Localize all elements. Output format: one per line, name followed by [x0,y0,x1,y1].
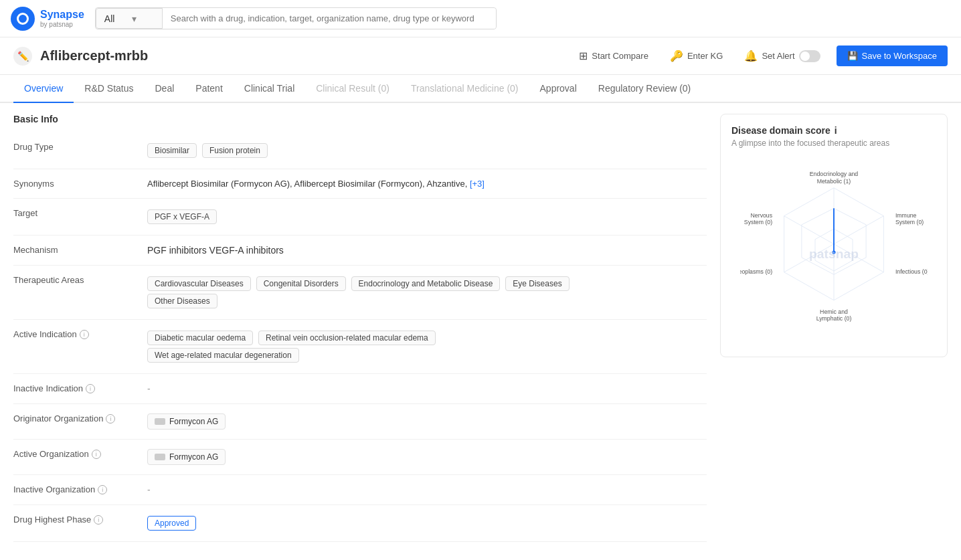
tab-approval[interactable]: Approval [529,75,588,103]
save-icon: 💾 [847,51,858,61]
synonyms-row: Synonyms Aflibercept Biosimilar (Formyco… [13,169,707,199]
start-compare-button[interactable]: ⊞ Start Compare [574,47,654,65]
tag-other-diseases[interactable]: Other Diseases [147,294,217,308]
tag-congenital[interactable]: Congenital Disorders [256,276,346,291]
org-flag-icon-2 [155,454,165,460]
mechanism-value: PGF inhibitors VEGF-A inhibitors [147,245,707,256]
tab-regulatory-review[interactable]: Regulatory Review (0) [588,75,702,103]
originator-org-info-icon[interactable]: i [106,414,115,424]
drug-highest-phase-label: Drug Highest Phase i [13,515,147,525]
enter-kg-button[interactable]: 🔑 Enter KG [665,47,728,65]
search-input[interactable] [163,8,496,29]
active-org-info-icon[interactable]: i [92,450,101,459]
active-org-label: Active Organization i [13,449,147,459]
svg-text:Immune: Immune [895,212,917,219]
synonyms-more-link[interactable]: [+3] [470,179,485,189]
app-header: Synapse by patsnap All ▾ [0,0,961,37]
enter-kg-label: Enter KG [687,51,723,61]
inactive-indication-value: - [147,383,707,394]
tag-biosimilar[interactable]: Biosimilar [147,143,197,158]
svg-text:Metabolic (1): Metabolic (1) [817,178,851,185]
search-type-label: All [104,13,126,24]
originator-org-label: Originator Organization i [13,413,147,424]
target-row: Target PGF x VEGF-A [13,199,707,236]
drug-actions: ⊞ Start Compare 🔑 Enter KG 🔔 Set Alert 💾… [574,45,948,66]
therapeutic-areas-value: Cardiovascular Diseases Congenital Disor… [147,275,707,310]
logo[interactable]: Synapse by patsnap [11,7,84,31]
inactive-indication-info-icon[interactable]: i [86,384,95,393]
tag-retinal-vein[interactable]: Retinal vein occlusion-related macular e… [258,331,436,345]
save-label: Save to Workspace [862,51,937,61]
logo-text: Synapse by patsnap [40,9,84,28]
svg-text:Infectious (0): Infectious (0) [895,268,928,275]
mechanism-label: Mechanism [13,245,147,255]
chart-subtitle: A glimpse into the focused therapeutic a… [731,138,936,148]
inactive-indication-row: Inactive Indication i - [13,374,707,404]
drug-type-label: Drug Type [13,142,147,152]
active-indication-value: Diabetic macular oedema Retinal vein occ… [147,329,707,364]
tab-clinical-result: Clinical Result (0) [305,75,400,103]
svg-text:Hemic and: Hemic and [820,308,848,315]
section-title-basic-info: Basic Info [13,114,707,132]
radar-svg: Endocrinology and Metabolic (1) Immune S… [740,159,928,346]
inactive-org-label: Inactive Organization i [13,484,147,494]
tab-clinical-trial[interactable]: Clinical Trial [234,75,305,103]
active-indication-info-icon[interactable]: i [80,330,89,339]
drug-highest-phase-row: Drug Highest Phase i Approved [13,505,707,542]
org-flag-icon [155,418,165,425]
tag-cardiovascular[interactable]: Cardiovascular Diseases [147,276,251,291]
tag-endocrinology[interactable]: Endocrinology and Metabolic Disease [351,276,501,291]
inactive-org-value: - [147,484,707,495]
svg-text:Endocrinology and: Endocrinology and [810,171,859,177]
bell-icon: 🔔 [744,50,758,62]
search-bar: All ▾ [95,7,497,29]
save-workspace-button[interactable]: 💾 Save to Workspace [837,45,948,66]
tag-pgf-vegfa[interactable]: PGF x VEGF-A [147,209,217,224]
main-content: Basic Info Drug Type Biosimilar Fusion p… [0,103,720,553]
radar-chart: Endocrinology and Metabolic (1) Immune S… [740,159,928,346]
drug-type-row: Drug Type Biosimilar Fusion protein [13,132,707,169]
active-indication-row: Active Indication i Diabetic macular oed… [13,320,707,374]
drug-header: ✏️ Aflibercept-mrbb ⊞ Start Compare 🔑 En… [0,37,961,75]
tab-overview[interactable]: Overview [13,75,74,103]
logo-icon [11,7,35,31]
tag-fusion-protein[interactable]: Fusion protein [202,143,268,158]
tab-translational-medicine: Translational Medicine (0) [400,75,529,103]
svg-text:System (0): System (0) [895,219,924,225]
chart-title: Disease domain score i [731,125,936,136]
synonyms-value: Aflibercept Biosimilar (Formycon AG), Af… [147,179,707,189]
svg-text:Lymphatic (0): Lymphatic (0) [816,315,852,322]
active-org-tag[interactable]: Formycon AG [147,449,226,465]
kg-icon: 🔑 [670,50,683,62]
logo-sub: by patsnap [40,21,84,28]
compare-label: Start Compare [592,51,648,61]
tag-eye-diseases[interactable]: Eye Diseases [505,276,569,291]
target-label: Target [13,208,147,218]
therapeutic-areas-label: Therapeutic Areas [13,275,147,285]
mechanism-row: Mechanism PGF inhibitors VEGF-A inhibito… [13,236,707,266]
active-org-row: Active Organization i Formycon AG [13,440,707,475]
tab-deal[interactable]: Deal [145,75,185,103]
set-alert-label: Set Alert [762,51,794,61]
originator-org-value: Formycon AG [147,413,707,430]
drug-title: Aflibercept-mrbb [40,48,574,64]
tag-diabetic-macular[interactable]: Diabetic macular oedema [147,331,253,345]
svg-text:Nervous: Nervous [751,212,773,219]
page-content: Basic Info Drug Type Biosimilar Fusion p… [0,103,961,553]
originator-org-row: Originator Organization i Formycon AG [13,404,707,440]
originator-org-tag[interactable]: Formycon AG [147,413,226,430]
svg-text:patsnap: patsnap [809,247,859,261]
therapeutic-areas-row: Therapeutic Areas Cardiovascular Disease… [13,266,707,320]
tab-patent[interactable]: Patent [185,75,233,103]
tag-approved[interactable]: Approved [147,516,196,531]
alert-toggle[interactable] [799,50,820,62]
search-type-select[interactable]: All ▾ [96,8,163,29]
chart-info-icon[interactable]: i [835,125,837,136]
inactive-org-info-icon[interactable]: i [98,485,107,494]
inactive-indication-label: Inactive Indication i [13,383,147,393]
tab-rd-status[interactable]: R&D Status [74,75,144,103]
drug-icon: ✏️ [13,47,32,66]
drug-highest-phase-info-icon[interactable]: i [94,515,103,525]
set-alert-button[interactable]: 🔔 Set Alert [739,47,825,65]
tag-wet-age[interactable]: Wet age-related macular degeneration [147,348,299,363]
